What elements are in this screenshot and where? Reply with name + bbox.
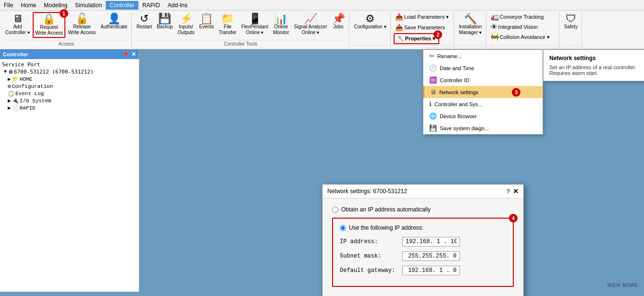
signal-analyzer-button[interactable]: 📈 Signal AnalyzerOnline ▾ <box>292 12 329 37</box>
properties-icon: 🔧 <box>397 36 404 42</box>
ribbon-group-addons-label <box>489 45 557 48</box>
ip-address-label: IP address: <box>340 238 402 245</box>
watermark: MEH MIME <box>607 282 638 288</box>
flexpendant-button[interactable]: 📱 FlexPendantOnline ▾ <box>239 12 270 37</box>
dropdown-date-time[interactable]: 🕐 Date and Time <box>423 62 543 74</box>
dialog-title-text: Network settings: 6700-531212 <box>327 188 407 195</box>
menu-home[interactable]: Home <box>17 1 40 10</box>
tree-controller-node[interactable]: ▼ 🖥 6700-531212 (6700-531212) <box>4 68 137 75</box>
menu-file[interactable]: File <box>0 1 17 10</box>
badge-3: 3 <box>512 88 520 97</box>
subnet-mask-label: Subnet mask: <box>340 253 402 259</box>
dropdown-save-diag[interactable]: 💾 Save system diagn... <box>423 122 543 134</box>
network-settings-icon: 🖥 <box>430 88 436 96</box>
events-icon: 📋 <box>200 13 213 24</box>
load-parameters-icon: 📥 <box>395 13 403 21</box>
events-button[interactable]: 📋 Events <box>198 12 216 31</box>
default-gateway-input[interactable] <box>402 266 460 275</box>
tree-io-label: I/O System <box>20 98 51 104</box>
main-area: Controller 📌 ✕ Service Port ▼ 🖥 6700-531… <box>0 49 644 292</box>
file-transfer-button[interactable]: 📁 FileTransfer <box>217 12 238 37</box>
dropdown-controller-sys[interactable]: ℹ Controller and Sys... <box>423 98 543 110</box>
left-panel: Controller 📌 ✕ Service Port ▼ 🖥 6700-531… <box>0 49 139 292</box>
load-parameters-button[interactable]: 📥 Load Parameters ▾ <box>394 12 450 22</box>
menu-rapid[interactable]: RAPID <box>138 1 164 10</box>
authenticate-button[interactable]: 👤 Authenticate <box>99 12 129 31</box>
safety-icon: 🛡 <box>566 13 576 24</box>
ribbon-group-safety-label <box>562 45 580 48</box>
panel-close-icon[interactable]: ✕ <box>131 51 136 58</box>
controller-id-label: Controller ID <box>440 77 470 83</box>
tree-io-icon: 🔌 <box>12 98 19 104</box>
properties-button[interactable]: 🔧 Properties ▾ 2 <box>394 33 439 44</box>
configuration-icon: ⚙ <box>365 13 375 24</box>
ribbon-body: 🖥 AddController ▾ 1 🔒 RequestWrite Acces… <box>0 11 644 49</box>
properties-label: Properties ▾ <box>405 36 435 42</box>
menu-addins[interactable]: Add-Ins <box>164 1 191 10</box>
save-parameters-label: Save Parameters <box>404 25 445 30</box>
tree-event-log[interactable]: 📋 Event Log <box>8 90 137 97</box>
integrated-vision-icon: 👁 <box>491 23 497 31</box>
safety-button[interactable]: 🛡 Safety <box>562 12 580 31</box>
dialog-close-button[interactable]: ✕ <box>513 187 519 195</box>
add-controller-button[interactable]: 🖥 AddController ▾ <box>3 12 32 37</box>
panel-pin-icon[interactable]: 📌 <box>122 51 129 58</box>
tree-io-system[interactable]: ▶ 🔌 I/O System <box>8 97 137 104</box>
menu-modeling[interactable]: Modeling <box>40 1 71 10</box>
dropdown-controller-id[interactable]: 🆔 Controller ID <box>423 74 543 86</box>
radio-auto-label: Obtain an IP address automatically <box>341 206 431 213</box>
ribbon-group-properties-label <box>394 45 452 48</box>
restart-label: Restart <box>136 24 152 30</box>
ribbon-group-tools-buttons: ↺ Restart 💾 Backup ⚡ Inputs/Outputs 📋 Ev… <box>135 12 347 40</box>
ribbon-group-installation: 🔨 InstallationManager ▾ <box>455 12 486 48</box>
tree-arrow-expand: ▶ <box>8 98 11 104</box>
dialog-title-controls: ? ✕ <box>507 187 519 195</box>
dialog-help-button[interactable]: ? <box>507 188 510 195</box>
dropdown-rename[interactable]: ✏ Rename... <box>423 50 543 62</box>
dialog-content: Obtain an IP address automatically 4 Use… <box>322 198 523 296</box>
ribbon-group-addons-buttons: 🚛 Conveyor Tracking 👁 Integrated Vision … <box>489 12 557 45</box>
subnet-mask-input[interactable] <box>402 251 460 261</box>
ip-address-input[interactable] <box>402 237 460 247</box>
online-monitor-button[interactable]: 📊 OnlineMonitor <box>271 12 291 37</box>
request-write-access-button[interactable]: 1 🔒 RequestWrite Access <box>33 12 65 38</box>
save-diag-label: Save system diagn... <box>440 125 489 131</box>
dropdown-device-browser[interactable]: 🌐 Device Browser <box>423 110 543 122</box>
online-monitor-icon: 📊 <box>274 13 287 24</box>
dropdown-network-settings[interactable]: 🖥 Network settings 3 <box>423 86 543 98</box>
default-gateway-label: Default gateway: <box>340 267 402 274</box>
ribbon-group-config-buttons: ⚙ Configuration ▾ <box>352 12 388 45</box>
net-tooltip-title: Network settings <box>549 55 643 62</box>
inputs-outputs-button[interactable]: ⚡ Inputs/Outputs <box>176 12 197 37</box>
network-settings-dialog: Network settings: 6700-531212 ? ✕ Obtain… <box>322 184 524 296</box>
radio-manual[interactable] <box>340 225 346 231</box>
collision-avoidance-button[interactable]: 🚧 Collision Avoidance ▾ <box>489 32 551 42</box>
ribbon-group-addons: 🚛 Conveyor Tracking 👁 Integrated Vision … <box>487 12 559 48</box>
ribbon-group-access: 🖥 AddController ▾ 1 🔒 RequestWrite Acces… <box>1 12 132 48</box>
device-browser-label: Device Browser <box>440 113 477 119</box>
tree-configuration[interactable]: ⚙ Configuration <box>8 83 137 90</box>
restart-button[interactable]: ↺ Restart <box>135 12 154 31</box>
release-write-access-button[interactable]: 🔓 ReleaseWrite Access <box>66 12 98 37</box>
tree-rapid[interactable]: ▶ 📄 RAPID <box>8 104 137 111</box>
conveyor-tracking-button[interactable]: 🚛 Conveyor Tracking <box>489 12 545 22</box>
load-parameters-label: Load Parameters ▾ <box>404 14 449 20</box>
radio-auto[interactable] <box>332 207 338 213</box>
badge-1: 1 <box>60 9 68 18</box>
jobs-button[interactable]: 📌 Jobs <box>330 12 347 31</box>
backup-button[interactable]: 💾 Backup <box>155 12 174 31</box>
integrated-vision-button[interactable]: 👁 Integrated Vision <box>489 22 539 32</box>
right-area: ✏ Rename... 🕐 Date and Time 🆔 Controller… <box>139 49 644 292</box>
ribbon-group-tools-label: Controller Tools <box>135 40 347 48</box>
radio-manual-label: Use the following IP address: <box>349 224 423 231</box>
tree-home[interactable]: ▶ 📁 HOME <box>8 75 137 83</box>
menu-controller[interactable]: Controller <box>106 1 138 10</box>
net-tooltip-text: Set an IP address of a real controller. … <box>549 64 643 76</box>
configuration-button[interactable]: ⚙ Configuration ▾ <box>352 12 388 31</box>
tree-service-port[interactable]: Service Port <box>2 61 137 68</box>
menu-simulation[interactable]: Simulation <box>71 1 106 10</box>
installation-manager-button[interactable]: 🔨 InstallationManager ▾ <box>457 12 484 37</box>
ribbon-group-config-label <box>352 45 388 48</box>
dialog-radio-manual-row: Use the following IP address: <box>340 224 506 231</box>
controller-id-icon: 🆔 <box>429 76 437 84</box>
